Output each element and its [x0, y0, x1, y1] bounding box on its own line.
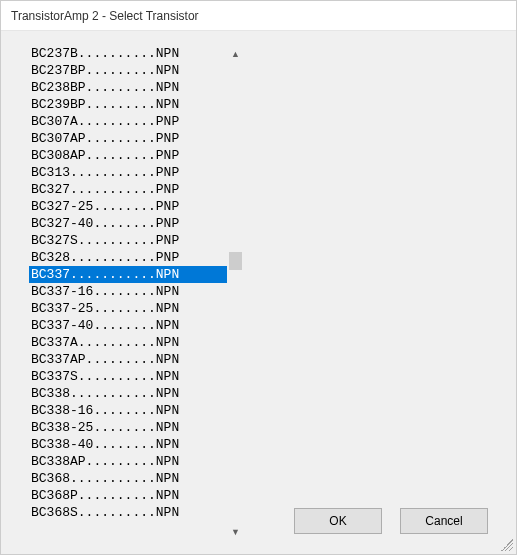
scroll-up-arrow-icon[interactable]: ▲ [227, 45, 244, 62]
cancel-button[interactable]: Cancel [400, 508, 488, 534]
list-item[interactable]: BC337-25........NPN [29, 300, 227, 317]
list-item[interactable]: BC307A..........PNP [29, 113, 227, 130]
scroll-track[interactable] [227, 62, 244, 523]
list-item[interactable]: BC308AP.........PNP [29, 147, 227, 164]
titlebar: TransistorAmp 2 - Select Transistor [1, 1, 516, 31]
list-item[interactable]: BC328...........PNP [29, 249, 227, 266]
select-transistor-dialog: TransistorAmp 2 - Select Transistor BC23… [0, 0, 517, 555]
list-item[interactable]: BC338...........NPN [29, 385, 227, 402]
list-item[interactable]: BC368...........NPN [29, 470, 227, 487]
scroll-down-arrow-icon[interactable]: ▼ [227, 523, 244, 540]
list-item[interactable]: BC368P..........NPN [29, 487, 227, 504]
list-item[interactable]: BC307AP.........PNP [29, 130, 227, 147]
list-item[interactable]: BC237BP.........NPN [29, 62, 227, 79]
list-item[interactable]: BC338-16........NPN [29, 402, 227, 419]
transistor-listbox[interactable]: BC237B..........NPNBC237BP.........NPNBC… [29, 45, 227, 540]
list-item[interactable]: BC239BP.........NPN [29, 96, 227, 113]
scroll-thumb[interactable] [229, 252, 242, 270]
button-row: OK Cancel [294, 508, 488, 534]
list-item[interactable]: BC327-25........PNP [29, 198, 227, 215]
list-item[interactable]: BC338-25........NPN [29, 419, 227, 436]
list-item[interactable]: BC237B..........NPN [29, 45, 227, 62]
resize-grip-icon [500, 538, 514, 552]
dialog-content: BC237B..........NPNBC237BP.........NPNBC… [1, 31, 516, 554]
list-item[interactable]: BC337S..........NPN [29, 368, 227, 385]
list-item[interactable]: BC338-40........NPN [29, 436, 227, 453]
window-title: TransistorAmp 2 - Select Transistor [11, 9, 199, 23]
list-item[interactable]: BC337A..........NPN [29, 334, 227, 351]
list-item[interactable]: BC327-40........PNP [29, 215, 227, 232]
list-item[interactable]: BC313...........PNP [29, 164, 227, 181]
list-item[interactable]: BC368S..........NPN [29, 504, 227, 521]
list-item[interactable]: BC337...........NPN [29, 266, 227, 283]
list-item[interactable]: BC338AP.........NPN [29, 453, 227, 470]
scrollbar[interactable]: ▲ ▼ [227, 45, 244, 540]
ok-button[interactable]: OK [294, 508, 382, 534]
list-item[interactable]: BC327S..........PNP [29, 232, 227, 249]
list-item[interactable]: BC238BP.........NPN [29, 79, 227, 96]
list-item[interactable]: BC337-16........NPN [29, 283, 227, 300]
list-item[interactable]: BC337AP.........NPN [29, 351, 227, 368]
list-item[interactable]: BC327...........PNP [29, 181, 227, 198]
transistor-listbox-wrap: BC237B..........NPNBC237BP.........NPNBC… [29, 45, 244, 540]
list-item[interactable]: BC337-40........NPN [29, 317, 227, 334]
